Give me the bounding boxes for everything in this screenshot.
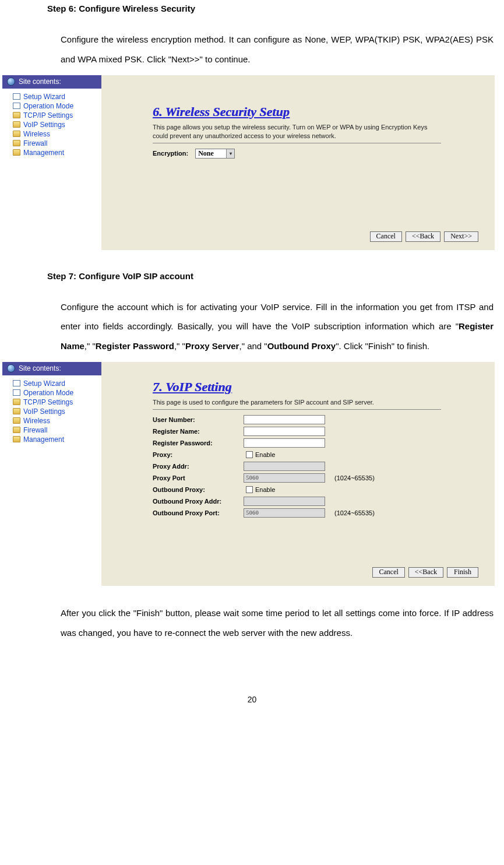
outbound-proxy-port-range: (1024~65535) xyxy=(334,509,375,516)
sidebar-item-voip[interactable]: VoIP Settings xyxy=(5,120,99,129)
proxy-addr-label: Proxy Addr: xyxy=(153,463,239,470)
folder-icon xyxy=(13,399,20,405)
folder-icon xyxy=(13,436,20,442)
proxy-addr-input[interactable] xyxy=(244,462,325,471)
cancel-button[interactable]: Cancel xyxy=(372,567,404,578)
sidebar-item-management[interactable]: Management xyxy=(5,148,99,157)
sidebar-tree: Setup Wizard Operation Mode TCP/IP Setti… xyxy=(2,375,101,448)
sidebar-item-setup-wizard[interactable]: Setup Wizard xyxy=(5,379,99,388)
folder-icon xyxy=(13,149,20,156)
globe-icon xyxy=(7,78,15,86)
folder-icon xyxy=(13,131,20,137)
register-name-label: Register Name: xyxy=(153,428,239,435)
outbound-proxy-port-row: Outbound Proxy Port: 5060 (1024~65535) xyxy=(153,508,484,518)
sidebar-item-voip[interactable]: VoIP Settings xyxy=(5,407,99,416)
sidebar-item-wireless[interactable]: Wireless xyxy=(5,416,99,426)
page-icon xyxy=(13,103,20,109)
page-icon xyxy=(13,380,20,386)
page-number: 20 xyxy=(0,695,504,704)
sidebar-header: Site contents: xyxy=(2,75,101,89)
outbound-proxy-label: Outbound Proxy: xyxy=(153,486,239,493)
panel6-desc: This page allows you setup the wireless … xyxy=(153,123,432,141)
proxy-addr-row: Proxy Addr: xyxy=(153,461,484,472)
panel7-title: 7. VoIP Setting xyxy=(153,379,484,395)
next-button[interactable]: Next>> xyxy=(444,231,478,242)
outbound-proxy-row: Outbound Proxy: Enable xyxy=(153,484,484,495)
folder-icon xyxy=(13,427,20,433)
sidebar-item-firewall[interactable]: Firewall xyxy=(5,426,99,435)
screenshot-wireless-security: Site contents: Setup Wizard Operation Mo… xyxy=(2,75,495,250)
sidebar-title: Site contents: xyxy=(19,78,61,86)
back-button[interactable]: <<Back xyxy=(406,231,440,242)
sidebar-item-wireless[interactable]: Wireless xyxy=(5,129,99,139)
panel6-content: 6. Wireless Security Setup This page all… xyxy=(101,75,495,250)
step7-paragraph: Configure the account which is for activ… xyxy=(0,297,504,356)
outbound-proxy-enable-label: Enable xyxy=(255,486,275,493)
register-password-row: Register Password: xyxy=(153,438,484,448)
cancel-button[interactable]: Cancel xyxy=(370,231,402,242)
sidebar-item-firewall[interactable]: Firewall xyxy=(5,139,99,148)
panel6-title: 6. Wireless Security Setup xyxy=(153,104,484,119)
register-password-input[interactable] xyxy=(244,438,325,448)
outbound-proxy-port-input[interactable]: 5060 xyxy=(244,508,325,518)
sidebar-item-operation-mode[interactable]: Operation Mode xyxy=(5,101,99,111)
encryption-label: Encryption: xyxy=(153,150,188,157)
step6-heading: Step 6: Configure Wireless Security xyxy=(47,3,504,13)
closing-paragraph: After you click the "Finish" button, ple… xyxy=(0,603,504,643)
back-button[interactable]: <<Back xyxy=(408,567,443,578)
folder-icon xyxy=(13,417,20,424)
folder-icon xyxy=(13,112,20,118)
panel7-desc: This page is used to configure the param… xyxy=(153,398,432,407)
sidebar-tree: Setup Wizard Operation Mode TCP/IP Setti… xyxy=(2,89,101,161)
panel7-content: 7. VoIP Setting This page is used to con… xyxy=(101,362,495,586)
sidebar: Site contents: Setup Wizard Operation Mo… xyxy=(2,75,101,250)
encryption-value: None xyxy=(198,149,214,158)
folder-icon xyxy=(13,121,20,128)
user-number-label: User Number: xyxy=(153,416,239,423)
proxy-enable-label: Enable xyxy=(255,451,275,458)
panel6-buttons: Cancel <<Back Next>> xyxy=(370,231,478,242)
register-password-label: Register Password: xyxy=(153,439,239,446)
proxy-row: Proxy: Enable xyxy=(153,449,484,460)
encryption-select[interactable]: None ▾ xyxy=(195,149,235,159)
sidebar-title: Site contents: xyxy=(19,364,61,372)
panel7-buttons: Cancel <<Back Finish xyxy=(372,567,478,578)
sidebar-item-tcpip[interactable]: TCP/IP Settings xyxy=(5,398,99,407)
sidebar: Site contents: Setup Wizard Operation Mo… xyxy=(2,362,101,586)
sidebar-item-setup-wizard[interactable]: Setup Wizard xyxy=(5,92,99,101)
outbound-proxy-port-label: Outbound Proxy Port: xyxy=(153,509,239,516)
folder-icon xyxy=(13,408,20,414)
register-name-row: Register Name: xyxy=(153,426,484,437)
user-number-input[interactable] xyxy=(244,415,325,424)
user-number-row: User Number: xyxy=(153,414,484,425)
encryption-row: Encryption: None ▾ xyxy=(153,148,484,159)
page-icon xyxy=(13,93,20,100)
proxy-port-input[interactable]: 5060 xyxy=(244,473,325,483)
outbound-proxy-addr-row: Outbound Proxy Addr: xyxy=(153,496,484,507)
register-name-input[interactable] xyxy=(244,427,325,436)
divider xyxy=(153,409,441,410)
proxy-port-label: Proxy Port xyxy=(153,474,239,481)
folder-icon xyxy=(13,140,20,146)
proxy-label: Proxy: xyxy=(153,451,239,458)
screenshot-voip-setting: Site contents: Setup Wizard Operation Mo… xyxy=(2,362,495,586)
divider xyxy=(153,143,441,143)
page-icon xyxy=(13,389,20,396)
outbound-proxy-addr-input[interactable] xyxy=(244,497,325,506)
outbound-proxy-addr-label: Outbound Proxy Addr: xyxy=(153,498,239,505)
sidebar-item-operation-mode[interactable]: Operation Mode xyxy=(5,388,99,398)
chevron-down-icon[interactable]: ▾ xyxy=(226,149,234,158)
step7-heading: Step 7: Configure VoIP SIP account xyxy=(47,271,504,281)
sidebar-item-tcpip[interactable]: TCP/IP Settings xyxy=(5,111,99,120)
proxy-enable-checkbox[interactable] xyxy=(246,451,253,458)
proxy-port-row: Proxy Port 5060 (1024~65535) xyxy=(153,473,484,483)
step6-paragraph: Configure the wireless encryption method… xyxy=(0,30,504,69)
proxy-port-range: (1024~65535) xyxy=(334,474,375,481)
sidebar-item-management[interactable]: Management xyxy=(5,435,99,444)
finish-button[interactable]: Finish xyxy=(447,567,478,578)
outbound-proxy-enable-checkbox[interactable] xyxy=(246,486,253,493)
globe-icon xyxy=(7,364,15,372)
sidebar-header: Site contents: xyxy=(2,362,101,375)
